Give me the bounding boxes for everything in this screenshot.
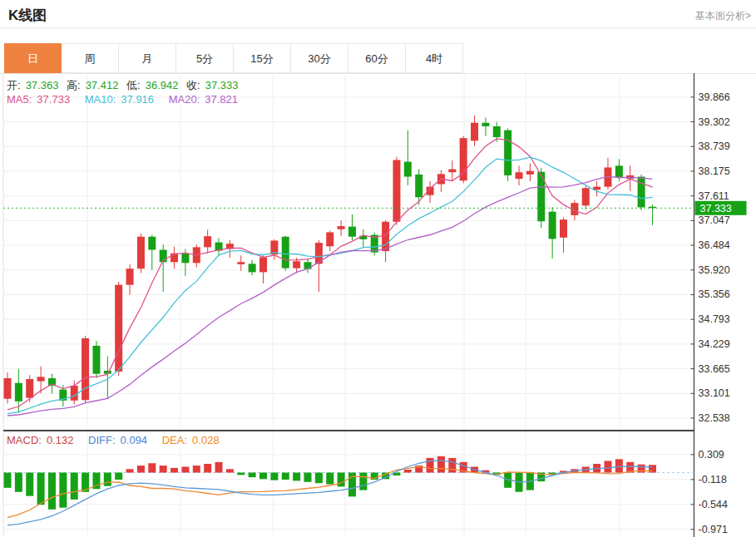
candle-body: [282, 237, 289, 268]
candle-body: [415, 175, 422, 197]
candle-body: [204, 236, 211, 247]
candle-body: [471, 123, 478, 141]
ma5-label: MA5:: [7, 93, 32, 106]
tab-timeframe-1[interactable]: 日: [4, 43, 62, 73]
price-axis-label: 35.920: [699, 264, 730, 276]
macd-bar: [26, 473, 33, 496]
candle-body: [71, 386, 78, 401]
candle-body: [126, 268, 134, 284]
ma10-value: 37.916: [121, 93, 154, 106]
macd-bar: [293, 473, 300, 481]
macd-bar: [204, 464, 211, 473]
low-label: 低:: [126, 79, 141, 91]
tab-timeframe-8[interactable]: 4时: [406, 43, 463, 73]
tab-timeframe-3[interactable]: 月: [119, 43, 176, 73]
low-value: 36.942: [146, 79, 179, 91]
tab-timeframe-2[interactable]: 周: [62, 43, 119, 73]
price-axis-label: 36.484: [699, 239, 730, 251]
macd-bar: [237, 473, 245, 475]
macd-bar: [338, 473, 345, 487]
candle-body: [92, 346, 100, 374]
macd-readout: MACD:0.132 DIFF:0.094 DEA:0.028: [7, 434, 225, 446]
candle-body: [560, 219, 567, 238]
candle-body: [638, 177, 645, 208]
macd-bar: [615, 459, 623, 472]
macd-bar: [282, 473, 289, 480]
candle-body: [338, 226, 345, 229]
candle-body: [582, 188, 590, 205]
macd-axis-label: -0.118: [699, 474, 728, 485]
candle-body: [4, 378, 12, 399]
macd-bar: [226, 469, 234, 472]
candle-body: [137, 237, 145, 268]
ma10-label: MA10:: [85, 93, 116, 106]
candle-body: [26, 379, 33, 398]
macd-bar: [359, 473, 367, 490]
tab-timeframe-6[interactable]: 30分: [291, 43, 348, 73]
close-value: 37.333: [205, 79, 239, 91]
macd-bar: [326, 473, 334, 485]
macd-bar: [315, 473, 323, 484]
price-axis-label: 33.101: [699, 387, 730, 399]
price-axis-label: 34.229: [699, 338, 730, 350]
diff-value: 0.094: [121, 434, 148, 446]
candle-body: [237, 262, 245, 264]
high-label: 高:: [67, 79, 81, 91]
macd-bar: [437, 456, 445, 473]
macd-value: 0.132: [47, 434, 74, 446]
candle-body: [448, 170, 456, 173]
close-label: 收:: [186, 79, 200, 91]
tab-timeframe-5[interactable]: 15分: [234, 43, 291, 73]
kline-chart-area[interactable]: 37.33339.86639.30238.73938.17537.61137.0…: [0, 73, 756, 537]
candle-body: [516, 172, 523, 179]
candle-body: [348, 227, 356, 237]
candle-body: [382, 222, 389, 251]
macd-bar: [15, 473, 22, 492]
timeframe-tabbar: 日周月5分15分30分60分4时: [4, 43, 463, 73]
price-axis-label: 37.047: [699, 214, 730, 226]
candle-body: [181, 254, 189, 264]
macd-bar: [249, 473, 256, 478]
kline-chart-canvas: 37.33339.86639.30238.73938.17537.61137.0…: [0, 73, 756, 537]
candle-body: [493, 126, 501, 137]
macd-bar: [48, 473, 56, 510]
macd-bar: [215, 462, 223, 473]
price-axis-label: 37.611: [699, 190, 729, 202]
macd-bar: [181, 466, 189, 472]
candle-body: [526, 171, 534, 175]
ohlc-readout: 开:37.363 高:37.412 低:36.942 收:37.333: [7, 78, 243, 93]
candle-body: [460, 138, 467, 180]
macd-bar: [448, 458, 456, 473]
page-header: K线图 基本面分析>: [0, 0, 756, 28]
price-axis-label: 38.175: [699, 165, 730, 177]
candle-body: [404, 162, 412, 177]
macd-bar: [304, 473, 311, 482]
fundamental-analysis-link[interactable]: 基本面分析>: [695, 9, 751, 23]
macd-axis-label: -0.971: [699, 524, 728, 535]
tab-timeframe-7[interactable]: 60分: [348, 43, 406, 73]
price-axis-label: 39.302: [699, 116, 730, 128]
candle-body: [37, 377, 45, 381]
macd-axis-label: -0.544: [699, 499, 728, 510]
ma20-label: MA20:: [169, 93, 200, 106]
macd-axis-label: 0.309: [699, 449, 724, 461]
price-axis-label: 35.356: [699, 288, 730, 300]
macd-bar: [137, 466, 145, 472]
candle-body: [15, 383, 22, 402]
candle-body: [326, 232, 334, 246]
tab-timeframe-4[interactable]: 5分: [176, 43, 234, 73]
macd-bar: [59, 473, 67, 508]
macd-bar: [160, 466, 167, 472]
price-axis-label: 32.538: [699, 412, 730, 424]
macd-bar: [71, 473, 78, 500]
macd-label: MACD:: [7, 434, 42, 446]
price-axis-label: 34.793: [699, 313, 730, 325]
diff-line: [7, 461, 652, 525]
macd-bar: [148, 463, 156, 472]
macd-bar: [270, 473, 278, 480]
open-value: 37.363: [26, 79, 59, 91]
macd-bar: [193, 466, 200, 472]
candle-body: [615, 165, 623, 178]
macd-bar: [104, 473, 111, 486]
macd-bar: [604, 461, 611, 472]
